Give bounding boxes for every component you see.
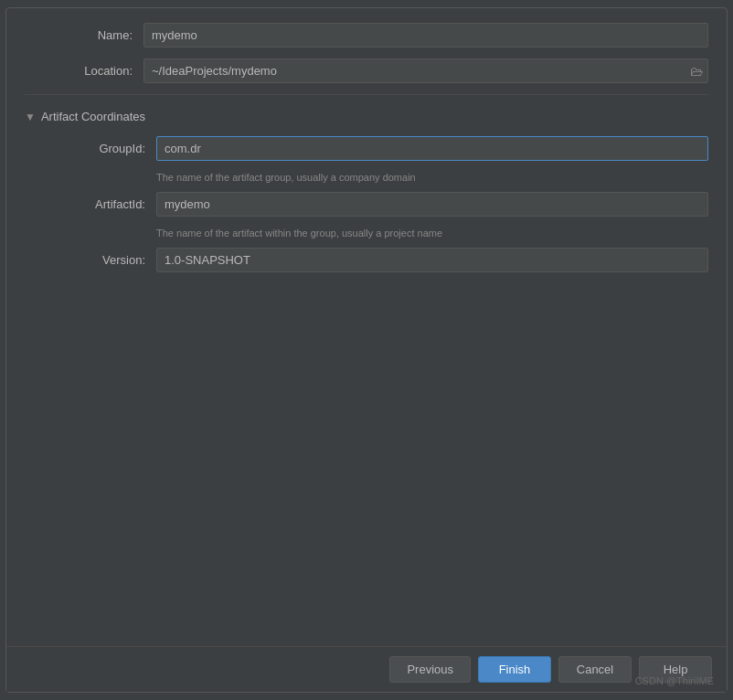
location-wrapper: 🗁 [143,58,708,83]
dialog-content: Name: Location: 🗁 ▼ Artifact Coordinates… [6,8,727,646]
artifact-section: GroupId: The name of the artifact group,… [37,136,708,272]
groupid-row: GroupId: [37,136,708,161]
folder-icon[interactable]: 🗁 [690,64,703,79]
groupid-label: GroupId: [37,142,156,155]
version-label: Version: [37,253,156,267]
groupid-help-text: The name of the artifact group, usually … [156,172,708,183]
finish-button[interactable]: Finish [478,656,551,683]
groupid-input[interactable] [156,136,708,161]
previous-button[interactable]: Previous [389,656,471,683]
separator [25,94,708,95]
artifact-coordinates-section-header: ▼ Artifact Coordinates [25,110,708,123]
name-label: Name: [25,28,143,42]
location-input[interactable] [143,58,708,83]
location-label: Location: [25,64,143,78]
cancel-button[interactable]: Cancel [558,656,632,683]
artifact-coordinates-title: Artifact Coordinates [41,110,145,123]
name-row: Name: [25,23,708,48]
version-row: Version: [37,248,708,272]
location-row: Location: 🗁 [25,58,708,83]
new-project-dialog: Name: Location: 🗁 ▼ Artifact Coordinates… [5,7,728,693]
artifactid-row: ArtifactId: [37,192,708,217]
dialog-footer: Previous Finish Cancel Help [6,646,727,692]
artifactid-input[interactable] [156,192,708,217]
artifactid-help-text: The name of the artifact within the grou… [156,228,708,239]
watermark: CSDN @ThiriIME [635,675,714,686]
artifactid-label: ArtifactId: [37,197,156,211]
name-input[interactable] [143,23,708,48]
collapse-arrow-icon[interactable]: ▼ [25,111,36,123]
version-input[interactable] [156,248,708,272]
